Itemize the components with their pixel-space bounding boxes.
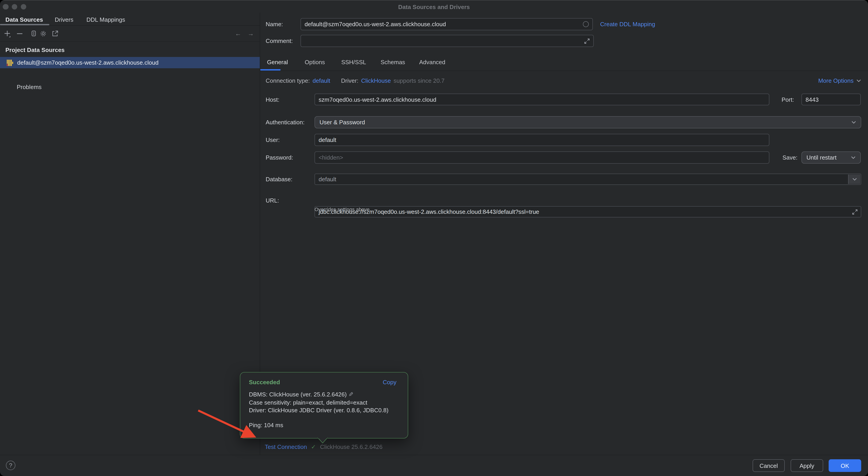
forward-arrow-icon[interactable]: → (248, 30, 254, 37)
save-label: Save: (782, 151, 798, 164)
apply-button[interactable]: Apply (790, 459, 823, 472)
authentication-label: Authentication: (266, 116, 305, 128)
test-connection-status: ClickHouse 25.6.2.6426 (320, 443, 382, 450)
plus-icon (4, 30, 11, 37)
export-button[interactable] (51, 30, 59, 37)
remove-data-source-button[interactable] (16, 30, 24, 37)
dialog-title: Data Sources and Drivers (0, 4, 868, 10)
duplicate-button[interactable] (30, 30, 37, 37)
tab-drivers[interactable]: Drivers (55, 16, 73, 23)
port-input-value: 8443 (806, 96, 819, 103)
project-data-sources-header: Project Data Sources (5, 46, 65, 53)
driver-label: Driver: (341, 77, 359, 84)
connection-type-row: Connection type: default Driver: ClickHo… (266, 77, 445, 84)
tab-general[interactable]: General (267, 59, 288, 66)
comment-input[interactable] (301, 35, 594, 47)
data-source-list-item[interactable]: default@szm7oqed0o.us-west-2.aws.clickho… (0, 57, 260, 68)
save-value: Until restart (806, 154, 837, 161)
settings-button[interactable] (39, 30, 47, 37)
password-input[interactable]: <hidden> (314, 151, 769, 164)
more-options-link[interactable]: More Options (818, 77, 854, 84)
gear-icon (39, 30, 47, 37)
user-input[interactable]: default (314, 134, 769, 146)
tab-ddl-mappings[interactable]: DDL Mappings (87, 16, 125, 23)
main-tabbar: General Options SSH/SSL Schemas Advanced (267, 58, 445, 66)
toolbar-divider (0, 41, 260, 42)
name-input[interactable]: default@szm7oqed0o.us-west-2.aws.clickho… (301, 18, 593, 30)
add-data-source-button[interactable] (4, 30, 11, 37)
port-input[interactable]: 8443 (802, 94, 861, 105)
more-options[interactable]: More Options (818, 77, 861, 84)
database-dropdown-button[interactable] (848, 174, 860, 184)
url-input[interactable]: jdbc:clickhouse://szm7oqed0o.us-west-2.a… (314, 206, 861, 217)
authentication-value: User & Password (319, 119, 365, 126)
expand-icon[interactable] (584, 38, 590, 44)
left-tab-selected-underline (0, 24, 49, 25)
database-label: Database: (266, 174, 292, 185)
dbms-line: DBMS: ClickHouse (ver. 25.6.2.6426) ✎ (249, 390, 399, 399)
data-source-name: default@szm7oqed0o.us-west-2.aws.clickho… (17, 59, 159, 66)
clickhouse-icon (6, 59, 13, 66)
copy-icon (30, 30, 37, 37)
url-note: Overrides settings above (314, 207, 370, 212)
ok-button[interactable]: OK (829, 459, 861, 472)
tab-advanced[interactable]: Advanced (419, 59, 445, 66)
database-value: default (319, 176, 336, 183)
chevron-down-icon (851, 156, 856, 159)
back-arrow-icon[interactable]: ← (235, 30, 241, 37)
tab-data-sources[interactable]: Data Sources (5, 16, 43, 23)
save-select[interactable]: Until restart (802, 151, 861, 164)
ping-line: Ping: 104 ms (249, 421, 399, 429)
name-refresh-indicator (583, 21, 589, 27)
cancel-button[interactable]: Cancel (753, 459, 785, 472)
url-label: URL: (266, 195, 279, 206)
problems-label[interactable]: Problems (17, 83, 42, 91)
pencil-icon[interactable]: ✎ (348, 390, 353, 399)
password-label: Password: (266, 151, 293, 164)
red-annotation-arrow (195, 406, 264, 443)
copy-link[interactable]: Copy (383, 379, 397, 385)
popup-caret (317, 438, 328, 444)
open-in-new-icon (51, 30, 59, 37)
user-label: User: (266, 134, 280, 146)
host-label: Host: (266, 94, 279, 105)
test-connection-result-popup: Succeeded Copy DBMS: ClickHouse (ver. 25… (240, 372, 408, 439)
create-ddl-mapping-link[interactable]: Create DDL Mapping (600, 18, 655, 30)
check-icon: ✓ (311, 443, 316, 450)
port-label: Port: (781, 94, 794, 105)
tab-schemas[interactable]: Schemas (381, 59, 405, 66)
driver-link[interactable]: ClickHouse (361, 77, 391, 84)
help-button[interactable]: ? (6, 461, 16, 470)
name-label: Name: (266, 18, 283, 30)
chevron-down-icon (852, 178, 857, 181)
tab-options[interactable]: Options (305, 59, 325, 66)
host-input-value: szm7oqed0o.us-west-2.aws.clickhouse.clou… (319, 96, 436, 103)
chevron-down-icon (851, 121, 856, 124)
driver-line: Driver: ClickHouse JDBC Driver (ver. 0.8… (249, 406, 399, 414)
tab-ssh-ssl[interactable]: SSH/SSL (341, 59, 366, 66)
expand-icon[interactable] (852, 209, 858, 215)
user-input-value: default (319, 137, 336, 143)
connection-type-link[interactable]: default (312, 77, 330, 84)
test-connection-link[interactable]: Test Connection (265, 443, 307, 450)
database-combobox[interactable]: default (314, 174, 861, 185)
case-sensitivity-line: Case sensitivity: plain=exact, delimited… (249, 399, 399, 406)
authentication-select[interactable]: User & Password (314, 116, 861, 128)
driver-note: supports since 20.7 (394, 77, 444, 84)
minus-icon (16, 30, 24, 37)
tabbar-divider (260, 70, 868, 71)
footer-divider (0, 455, 868, 455)
titlebar: Data Sources and Drivers (0, 0, 868, 13)
data-sources-dialog: Data Sources and Drivers Data Sources Dr… (0, 0, 868, 476)
name-input-value: default@szm7oqed0o.us-west-2.aws.clickho… (305, 21, 446, 28)
chevron-down-icon (856, 79, 861, 82)
connection-type-label: Connection type: (266, 77, 310, 84)
comment-label: Comment: (266, 35, 293, 47)
status-succeeded: Succeeded (249, 379, 280, 385)
password-placeholder: <hidden> (319, 154, 343, 161)
host-input[interactable]: szm7oqed0o.us-west-2.aws.clickhouse.clou… (314, 94, 769, 105)
